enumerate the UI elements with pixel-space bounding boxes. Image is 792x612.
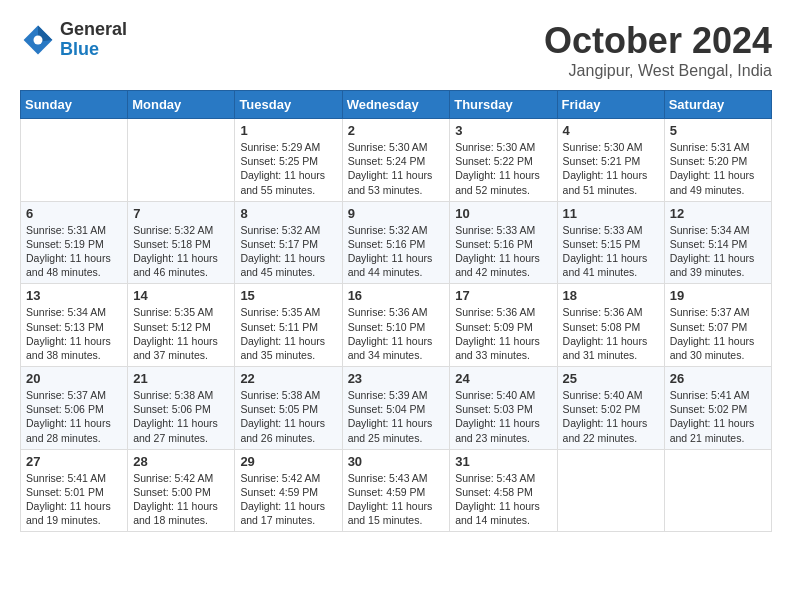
- calendar-table: SundayMondayTuesdayWednesdayThursdayFrid…: [20, 90, 772, 532]
- weekday-header: Thursday: [450, 91, 557, 119]
- day-info: Sunrise: 5:38 AMSunset: 5:05 PMDaylight:…: [240, 388, 336, 445]
- day-info: Sunrise: 5:30 AMSunset: 5:21 PMDaylight:…: [563, 140, 659, 197]
- calendar-cell: 20Sunrise: 5:37 AMSunset: 5:06 PMDayligh…: [21, 367, 128, 450]
- day-info: Sunrise: 5:40 AMSunset: 5:02 PMDaylight:…: [563, 388, 659, 445]
- calendar-cell: 16Sunrise: 5:36 AMSunset: 5:10 PMDayligh…: [342, 284, 450, 367]
- day-info: Sunrise: 5:35 AMSunset: 5:11 PMDaylight:…: [240, 305, 336, 362]
- day-number: 25: [563, 371, 659, 386]
- day-info: Sunrise: 5:30 AMSunset: 5:24 PMDaylight:…: [348, 140, 445, 197]
- calendar-cell: 22Sunrise: 5:38 AMSunset: 5:05 PMDayligh…: [235, 367, 342, 450]
- calendar-cell: 12Sunrise: 5:34 AMSunset: 5:14 PMDayligh…: [664, 201, 771, 284]
- page-header: General Blue October 2024 Jangipur, West…: [20, 20, 772, 80]
- day-number: 15: [240, 288, 336, 303]
- calendar-cell: 7Sunrise: 5:32 AMSunset: 5:18 PMDaylight…: [128, 201, 235, 284]
- day-info: Sunrise: 5:42 AMSunset: 5:00 PMDaylight:…: [133, 471, 229, 528]
- calendar-cell: 6Sunrise: 5:31 AMSunset: 5:19 PMDaylight…: [21, 201, 128, 284]
- calendar-cell: 9Sunrise: 5:32 AMSunset: 5:16 PMDaylight…: [342, 201, 450, 284]
- day-info: Sunrise: 5:32 AMSunset: 5:18 PMDaylight:…: [133, 223, 229, 280]
- day-number: 23: [348, 371, 445, 386]
- day-number: 30: [348, 454, 445, 469]
- weekday-header: Monday: [128, 91, 235, 119]
- day-number: 19: [670, 288, 766, 303]
- calendar-cell: 2Sunrise: 5:30 AMSunset: 5:24 PMDaylight…: [342, 119, 450, 202]
- day-info: Sunrise: 5:29 AMSunset: 5:25 PMDaylight:…: [240, 140, 336, 197]
- day-number: 26: [670, 371, 766, 386]
- day-info: Sunrise: 5:30 AMSunset: 5:22 PMDaylight:…: [455, 140, 551, 197]
- day-number: 17: [455, 288, 551, 303]
- day-info: Sunrise: 5:36 AMSunset: 5:08 PMDaylight:…: [563, 305, 659, 362]
- day-info: Sunrise: 5:39 AMSunset: 5:04 PMDaylight:…: [348, 388, 445, 445]
- day-info: Sunrise: 5:41 AMSunset: 5:02 PMDaylight:…: [670, 388, 766, 445]
- day-info: Sunrise: 5:36 AMSunset: 5:09 PMDaylight:…: [455, 305, 551, 362]
- day-info: Sunrise: 5:36 AMSunset: 5:10 PMDaylight:…: [348, 305, 445, 362]
- calendar-cell: 31Sunrise: 5:43 AMSunset: 4:58 PMDayligh…: [450, 449, 557, 532]
- calendar-cell: 10Sunrise: 5:33 AMSunset: 5:16 PMDayligh…: [450, 201, 557, 284]
- calendar-cell: 18Sunrise: 5:36 AMSunset: 5:08 PMDayligh…: [557, 284, 664, 367]
- calendar-cell: 24Sunrise: 5:40 AMSunset: 5:03 PMDayligh…: [450, 367, 557, 450]
- calendar-cell: [664, 449, 771, 532]
- weekday-header: Sunday: [21, 91, 128, 119]
- day-info: Sunrise: 5:32 AMSunset: 5:16 PMDaylight:…: [348, 223, 445, 280]
- day-info: Sunrise: 5:33 AMSunset: 5:15 PMDaylight:…: [563, 223, 659, 280]
- calendar-week-row: 13Sunrise: 5:34 AMSunset: 5:13 PMDayligh…: [21, 284, 772, 367]
- day-number: 20: [26, 371, 122, 386]
- calendar-cell: 1Sunrise: 5:29 AMSunset: 5:25 PMDaylight…: [235, 119, 342, 202]
- day-info: Sunrise: 5:43 AMSunset: 4:58 PMDaylight:…: [455, 471, 551, 528]
- day-info: Sunrise: 5:41 AMSunset: 5:01 PMDaylight:…: [26, 471, 122, 528]
- weekday-header: Tuesday: [235, 91, 342, 119]
- day-info: Sunrise: 5:38 AMSunset: 5:06 PMDaylight:…: [133, 388, 229, 445]
- calendar-cell: 25Sunrise: 5:40 AMSunset: 5:02 PMDayligh…: [557, 367, 664, 450]
- day-info: Sunrise: 5:33 AMSunset: 5:16 PMDaylight:…: [455, 223, 551, 280]
- calendar-cell: 11Sunrise: 5:33 AMSunset: 5:15 PMDayligh…: [557, 201, 664, 284]
- logo-blue: Blue: [60, 40, 127, 60]
- svg-point-2: [34, 35, 43, 44]
- weekday-header: Wednesday: [342, 91, 450, 119]
- day-info: Sunrise: 5:31 AMSunset: 5:19 PMDaylight:…: [26, 223, 122, 280]
- calendar-cell: 26Sunrise: 5:41 AMSunset: 5:02 PMDayligh…: [664, 367, 771, 450]
- calendar-cell: 19Sunrise: 5:37 AMSunset: 5:07 PMDayligh…: [664, 284, 771, 367]
- day-number: 4: [563, 123, 659, 138]
- day-number: 27: [26, 454, 122, 469]
- calendar-cell: [21, 119, 128, 202]
- day-number: 10: [455, 206, 551, 221]
- day-number: 8: [240, 206, 336, 221]
- day-number: 29: [240, 454, 336, 469]
- weekday-header: Saturday: [664, 91, 771, 119]
- location: Jangipur, West Bengal, India: [544, 62, 772, 80]
- day-number: 6: [26, 206, 122, 221]
- day-info: Sunrise: 5:40 AMSunset: 5:03 PMDaylight:…: [455, 388, 551, 445]
- day-number: 12: [670, 206, 766, 221]
- logo-icon: [20, 22, 56, 58]
- weekday-header: Friday: [557, 91, 664, 119]
- day-info: Sunrise: 5:43 AMSunset: 4:59 PMDaylight:…: [348, 471, 445, 528]
- day-info: Sunrise: 5:32 AMSunset: 5:17 PMDaylight:…: [240, 223, 336, 280]
- day-info: Sunrise: 5:37 AMSunset: 5:07 PMDaylight:…: [670, 305, 766, 362]
- calendar-cell: 4Sunrise: 5:30 AMSunset: 5:21 PMDaylight…: [557, 119, 664, 202]
- day-number: 13: [26, 288, 122, 303]
- day-number: 24: [455, 371, 551, 386]
- day-number: 16: [348, 288, 445, 303]
- day-number: 5: [670, 123, 766, 138]
- day-number: 11: [563, 206, 659, 221]
- logo-general: General: [60, 20, 127, 40]
- calendar-cell: 5Sunrise: 5:31 AMSunset: 5:20 PMDaylight…: [664, 119, 771, 202]
- day-number: 28: [133, 454, 229, 469]
- logo: General Blue: [20, 20, 127, 60]
- calendar-cell: [557, 449, 664, 532]
- day-number: 2: [348, 123, 445, 138]
- calendar-cell: 30Sunrise: 5:43 AMSunset: 4:59 PMDayligh…: [342, 449, 450, 532]
- day-number: 3: [455, 123, 551, 138]
- day-number: 1: [240, 123, 336, 138]
- calendar-cell: 28Sunrise: 5:42 AMSunset: 5:00 PMDayligh…: [128, 449, 235, 532]
- calendar-cell: 8Sunrise: 5:32 AMSunset: 5:17 PMDaylight…: [235, 201, 342, 284]
- calendar-cell: 14Sunrise: 5:35 AMSunset: 5:12 PMDayligh…: [128, 284, 235, 367]
- logo-text: General Blue: [60, 20, 127, 60]
- day-number: 22: [240, 371, 336, 386]
- day-number: 18: [563, 288, 659, 303]
- calendar-cell: 29Sunrise: 5:42 AMSunset: 4:59 PMDayligh…: [235, 449, 342, 532]
- calendar-week-row: 1Sunrise: 5:29 AMSunset: 5:25 PMDaylight…: [21, 119, 772, 202]
- calendar-cell: 3Sunrise: 5:30 AMSunset: 5:22 PMDaylight…: [450, 119, 557, 202]
- day-number: 9: [348, 206, 445, 221]
- calendar-cell: [128, 119, 235, 202]
- day-number: 7: [133, 206, 229, 221]
